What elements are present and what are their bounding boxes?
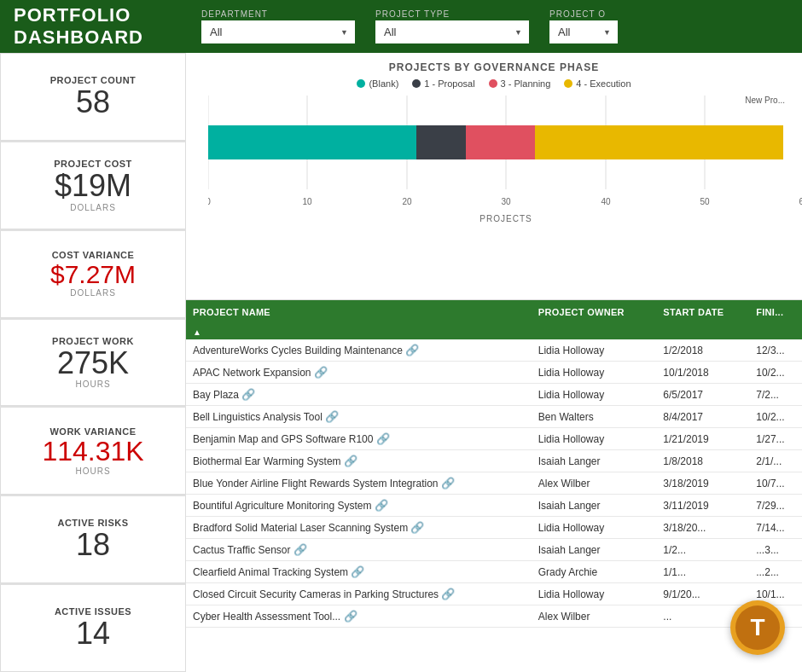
cell-start: 1/8/2018: [656, 450, 749, 472]
project-link-icon[interactable]: 🔗: [441, 588, 455, 600]
cell-start: 3/11/2019: [656, 495, 749, 517]
cell-start: 1/1...: [656, 561, 749, 583]
table-row[interactable]: Bell Linguistics Analysis Tool 🔗 Ben Wal…: [186, 406, 802, 428]
table-row[interactable]: Cyber Health Assessment Tool... 🔗 Alex W…: [186, 605, 802, 628]
legend-execution: 4 - Execution: [564, 78, 631, 89]
project-link-icon[interactable]: 🔗: [351, 565, 364, 578]
table-row[interactable]: Bradford Solid Material Laser Scanning S…: [186, 517, 802, 539]
cell-finish: ...3...: [749, 539, 802, 561]
axis-50: 50: [700, 197, 710, 206]
project-link-icon[interactable]: 🔗: [441, 477, 455, 490]
table-row[interactable]: Blue Yonder Airline Flight Rewards Syste…: [186, 472, 802, 495]
cell-project-name: Closed Circuit Security Cameras in Parki…: [186, 583, 532, 605]
cell-project-name: Bell Linguistics Analysis Tool 🔗: [186, 406, 532, 428]
cell-finish: 10/2...: [749, 362, 802, 384]
cell-project-name: Cactus Traffic Sensor 🔗: [186, 539, 532, 561]
new-proj-label: New Pro...: [745, 96, 785, 105]
legend-planning: 3 - Planning: [489, 78, 551, 89]
cell-finish: 7/14...: [749, 517, 802, 539]
active-issues-label: ACTIVE ISSUES: [55, 606, 131, 617]
table-header-row: PROJECT NAME PROJECT OWNER START DATE FI…: [186, 300, 802, 324]
project-link-icon[interactable]: 🔗: [344, 455, 357, 467]
project-type-select[interactable]: All: [375, 20, 529, 43]
stat-project-work: PROJECT WORK 275K HOURS: [0, 318, 186, 407]
cell-owner: Lidia Holloway: [532, 384, 657, 406]
cell-owner: Alex Wilber: [532, 605, 657, 628]
project-work-value: 275K: [57, 346, 129, 380]
dashboard-title: PORTFOLIO DASHBOARD: [14, 4, 201, 49]
table-row[interactable]: Benjamin Map and GPS Software R100 🔗 Lid…: [186, 428, 802, 450]
cell-finish: ...2...: [749, 561, 802, 583]
sort-finish: [749, 324, 802, 339]
project-link-icon[interactable]: 🔗: [293, 543, 307, 556]
table-row[interactable]: Bay Plaza 🔗 Lidia Holloway 6/5/2017 7/2.…: [186, 384, 802, 406]
chart-container: New Pro...: [200, 96, 788, 227]
axis-60: 60: [799, 197, 802, 206]
sort-project-name[interactable]: ▲: [186, 324, 532, 339]
table-row[interactable]: Bountiful Agriculture Monitoring System …: [186, 495, 802, 517]
cell-owner: Lidia Holloway: [532, 583, 657, 605]
bar-planning: [466, 125, 535, 159]
department-select[interactable]: All: [201, 20, 355, 43]
project-link-icon[interactable]: 🔗: [241, 388, 255, 401]
project-link-icon[interactable]: 🔗: [405, 344, 419, 356]
legend-blank: (Blank): [357, 78, 398, 89]
table-row[interactable]: Biothermal Ear Warming System 🔗 Isaiah L…: [186, 450, 802, 472]
cell-owner: Grady Archie: [532, 561, 657, 583]
project-owner-select[interactable]: All: [549, 20, 618, 43]
project-link-icon[interactable]: 🔗: [376, 432, 390, 445]
watermark-inner: T: [735, 605, 780, 650]
cell-start: 3/18/2019: [656, 472, 749, 495]
project-link-icon[interactable]: 🔗: [344, 610, 357, 623]
legend-proposal: 1 - Proposal: [412, 78, 474, 89]
project-type-label: PROJECT TYPE: [375, 9, 529, 19]
cell-owner: Isaiah Langer: [532, 539, 657, 561]
project-type-select-wrapper[interactable]: All: [375, 20, 529, 43]
project-cost-sublabel: DOLLARS: [70, 203, 116, 212]
legend-label-execution: 4 - Execution: [576, 78, 631, 89]
project-link-icon[interactable]: 🔗: [375, 499, 388, 512]
cell-finish: 7/29...: [749, 495, 802, 517]
active-risks-value: 18: [76, 528, 110, 562]
cell-start: 9/1/20...: [656, 583, 749, 605]
department-select-wrapper[interactable]: All: [201, 20, 355, 43]
cell-finish: 10/7...: [749, 472, 802, 495]
main-layout: PROJECT COUNT 58 PROJECT COST $19M DOLLA…: [0, 53, 802, 672]
stat-project-count: PROJECT COUNT 58: [0, 53, 186, 141]
chart-legend: (Blank) 1 - Proposal 3 - Planning 4 - Ex…: [200, 78, 788, 89]
table-row[interactable]: Clearfield Animal Tracking System 🔗 Grad…: [186, 561, 802, 583]
project-owner-label: PROJECT O: [549, 9, 618, 19]
cell-start: 1/21/2019: [656, 428, 749, 450]
axis-20: 20: [402, 197, 412, 206]
cell-finish: 12/3...: [749, 339, 802, 362]
page-header: PORTFOLIO DASHBOARD DEPARTMENT All PROJE…: [0, 0, 802, 53]
stat-project-cost: PROJECT COST $19M DOLLARS: [0, 141, 186, 229]
watermark: T: [730, 600, 785, 655]
axis-title: PROJECTS: [479, 214, 532, 223]
project-count-value: 58: [76, 85, 110, 119]
table-row[interactable]: APAC Network Expansion 🔗 Lidia Holloway …: [186, 362, 802, 384]
table-section[interactable]: PROJECT NAME PROJECT OWNER START DATE FI…: [186, 300, 802, 672]
project-link-icon[interactable]: 🔗: [325, 410, 339, 423]
table-row[interactable]: Cactus Traffic Sensor 🔗 Isaiah Langer 1/…: [186, 539, 802, 561]
project-link-icon[interactable]: 🔗: [314, 366, 328, 379]
table-row[interactable]: AdventureWorks Cycles Building Maintenan…: [186, 339, 802, 362]
cell-owner: Ben Walters: [532, 406, 657, 428]
stat-active-risks: ACTIVE RISKS 18: [0, 495, 186, 583]
legend-label-planning: 3 - Planning: [501, 78, 551, 89]
cell-owner: Lidia Holloway: [532, 517, 657, 539]
cell-start: 8/4/2017: [656, 406, 749, 428]
cell-owner: Lidia Holloway: [532, 339, 657, 362]
table-row[interactable]: Closed Circuit Security Cameras in Parki…: [186, 583, 802, 605]
legend-dot-execution: [564, 79, 572, 88]
department-filter-group: DEPARTMENT All: [201, 9, 355, 43]
col-project-owner: PROJECT OWNER: [532, 300, 657, 324]
project-owner-select-wrapper[interactable]: All: [549, 20, 618, 43]
project-link-icon[interactable]: 🔗: [410, 521, 424, 534]
cell-project-name: Bradford Solid Material Laser Scanning S…: [186, 517, 532, 539]
cell-finish: 7/2...: [749, 384, 802, 406]
cell-project-name: Cyber Health Assessment Tool... 🔗: [186, 605, 532, 628]
col-start-date: START DATE: [656, 300, 749, 324]
table-body: AdventureWorks Cycles Building Maintenan…: [186, 339, 802, 628]
bar-execution: [535, 125, 783, 159]
